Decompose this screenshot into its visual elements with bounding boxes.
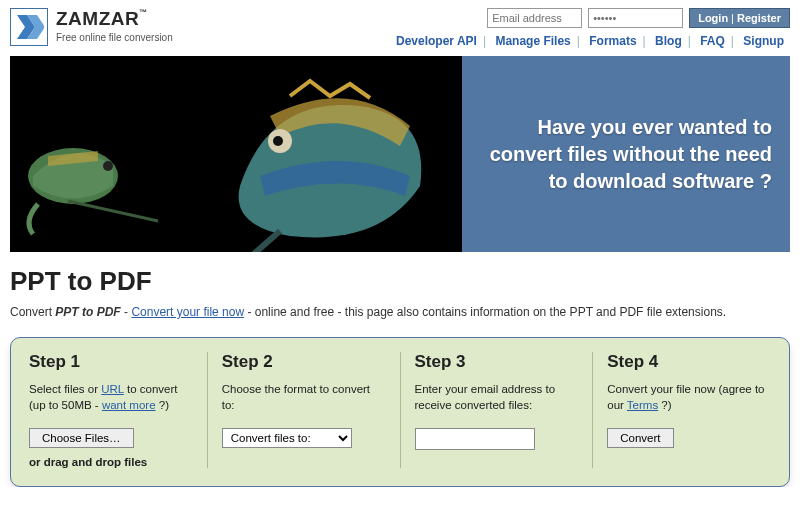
- convert-button[interactable]: Convert: [607, 428, 673, 448]
- steps-panel: Step 1 Select files or URL to convert (u…: [10, 337, 790, 487]
- svg-line-8: [240, 231, 280, 252]
- step-2-title: Step 2: [222, 352, 386, 372]
- step-2: Step 2 Choose the format to convert to: …: [208, 352, 401, 468]
- svg-line-5: [68, 201, 158, 221]
- top-nav: Developer API| Manage Files| Formats| Bl…: [390, 34, 790, 48]
- nav-faq[interactable]: FAQ: [694, 34, 731, 48]
- header-email-input[interactable]: [487, 8, 582, 28]
- want-more-link[interactable]: want more: [102, 399, 156, 411]
- brand: ZAMZAR™ Free online file conversion: [10, 8, 173, 46]
- nav-formats[interactable]: Formats: [583, 34, 642, 48]
- hero-image: [10, 56, 462, 252]
- nav-developer-api[interactable]: Developer API: [390, 34, 483, 48]
- hero-headline: Have you ever wanted to convert files wi…: [472, 114, 772, 195]
- svg-point-4: [103, 161, 113, 171]
- hero-banner: Have you ever wanted to convert files wi…: [10, 56, 790, 252]
- step-3-desc: Enter your email address to receive conv…: [415, 382, 579, 416]
- format-select[interactable]: Convert files to:: [222, 428, 352, 448]
- step-4: Step 4 Convert your file now (agree to o…: [593, 352, 785, 468]
- brand-name: ZAMZAR: [56, 8, 139, 29]
- drag-drop-label: or drag and drop files: [29, 456, 193, 468]
- logo-icon: [10, 8, 48, 46]
- nav-manage-files[interactable]: Manage Files: [489, 34, 576, 48]
- step-4-desc: Convert your file now (agree to our Term…: [607, 382, 771, 416]
- step-4-title: Step 4: [607, 352, 771, 372]
- step-1: Step 1 Select files or URL to convert (u…: [15, 352, 208, 468]
- svg-point-7: [273, 136, 283, 146]
- convert-now-link[interactable]: Convert your file now: [131, 305, 244, 319]
- url-link[interactable]: URL: [101, 383, 124, 395]
- step-3-title: Step 3: [415, 352, 579, 372]
- step-2-desc: Choose the format to convert to:: [222, 382, 386, 416]
- trademark: ™: [139, 8, 148, 17]
- terms-link[interactable]: Terms: [627, 399, 658, 411]
- step-1-title: Step 1: [29, 352, 193, 372]
- login-register-button[interactable]: Login|Register: [689, 8, 790, 28]
- chameleon-small-icon: [18, 126, 168, 236]
- chameleon-large-icon: [200, 76, 460, 252]
- email-input[interactable]: [415, 428, 535, 450]
- step-1-desc: Select files or URL to convert (up to 50…: [29, 382, 193, 416]
- brand-tagline: Free online file conversion: [56, 32, 173, 43]
- nav-blog[interactable]: Blog: [649, 34, 688, 48]
- page-subtitle: Convert PPT to PDF - Convert your file n…: [10, 305, 790, 319]
- page-title: PPT to PDF: [10, 266, 790, 297]
- choose-files-button[interactable]: Choose Files…: [29, 428, 134, 448]
- step-3: Step 3 Enter your email address to recei…: [401, 352, 594, 468]
- header-password-input[interactable]: [588, 8, 683, 28]
- nav-signup[interactable]: Signup: [737, 34, 790, 48]
